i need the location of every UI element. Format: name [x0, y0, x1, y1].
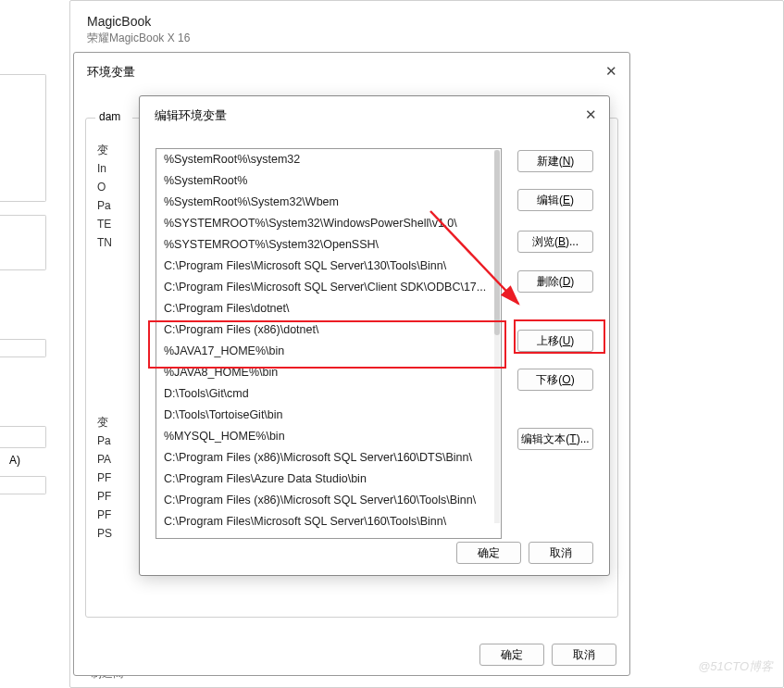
var-peek-col: 变 In O Pa TE TN: [97, 141, 112, 252]
var-peek: O: [97, 178, 112, 196]
scrollbar-thumb[interactable]: [494, 150, 500, 335]
close-icon[interactable]: ✕: [579, 104, 602, 126]
var-peek: PF: [97, 506, 112, 524]
cancel-button[interactable]: 取消: [552, 644, 616, 666]
var-peek: TN: [97, 233, 112, 252]
path-list-item[interactable]: %SystemRoot%\System32\Wbem: [156, 192, 501, 213]
path-list-item[interactable]: D:\Tools\Git\cmd: [156, 383, 501, 405]
browse-button[interactable]: 浏览(B)...: [517, 231, 593, 253]
delete-button[interactable]: 删除(D): [517, 270, 593, 293]
env-group-label: dam: [95, 110, 132, 123]
path-list-item[interactable]: %SystemRoot%\system32: [156, 149, 501, 170]
var-peek: PF: [97, 487, 112, 506]
ok-button[interactable]: 确定: [456, 542, 521, 564]
scrollbar[interactable]: [494, 150, 500, 523]
left-card: [0, 339, 46, 357]
var-peek: PA: [97, 450, 112, 469]
device-subtitle: 荣耀MagicBook X 16: [87, 31, 766, 46]
path-list-item[interactable]: %MYSQL_HOME%\bin: [156, 426, 501, 447]
path-list[interactable]: %SystemRoot%\system32%SystemRoot%%System…: [156, 148, 502, 539]
left-a-text: A): [0, 452, 46, 469]
path-list-item[interactable]: C:\Program Files\dotnet\: [156, 298, 501, 319]
left-card: [0, 215, 46, 270]
path-list-item[interactable]: C:\Program Files (x86)\dotnet\: [156, 319, 501, 341]
ok-button[interactable]: 确定: [479, 644, 544, 666]
path-list-item[interactable]: %SYSTEMROOT%\System32\WindowsPowerShell\…: [156, 213, 501, 234]
left-column: A): [0, 74, 46, 537]
path-list-item[interactable]: C:\Program Files\Microsoft SQL Server\16…: [156, 532, 501, 539]
watermark: @51CTO博客: [698, 658, 773, 675]
var-peek: PS: [97, 524, 112, 543]
edit-env-var-dialog: 编辑环境变量 ✕ %SystemRoot%\system32%SystemRoo…: [139, 95, 610, 576]
path-list-item[interactable]: %JAVA17_HOME%\bin: [156, 341, 501, 362]
var-peek: In: [97, 159, 112, 178]
env-dialog-title: 环境变量: [74, 53, 629, 92]
edit-text-button[interactable]: 编辑文本(T)...: [517, 428, 593, 450]
edit-dialog-title: 编辑环境变量: [140, 96, 609, 135]
left-card: [0, 426, 46, 448]
var-peek: Pa: [97, 196, 112, 215]
path-list-item[interactable]: C:\Program Files\Microsoft SQL Server\Cl…: [156, 277, 501, 298]
var-peek: 变: [97, 141, 112, 159]
path-list-item[interactable]: D:\Tools\TortoiseGit\bin: [156, 405, 501, 426]
device-header: MagicBook 荣耀MagicBook X 16: [70, 1, 783, 48]
var-peek-col2: 变 Pa PA PF PF PF PS: [97, 413, 112, 543]
new-button[interactable]: 新建(N): [517, 150, 593, 172]
path-list-item[interactable]: C:\Program Files\Microsoft SQL Server\13…: [156, 256, 501, 277]
path-list-item[interactable]: C:\Program Files (x86)\Microsoft SQL Ser…: [156, 490, 501, 511]
path-list-item[interactable]: C:\Program Files\Azure Data Studio\bin: [156, 469, 501, 490]
path-list-item[interactable]: %SystemRoot%: [156, 170, 501, 192]
device-title: MagicBook: [87, 14, 766, 29]
var-peek: PF: [97, 469, 112, 487]
var-peek: 变: [97, 413, 112, 432]
move-up-button[interactable]: 上移(U): [517, 330, 593, 352]
move-down-button[interactable]: 下移(O): [517, 369, 593, 391]
path-list-item[interactable]: C:\Program Files (x86)\Microsoft SQL Ser…: [156, 447, 501, 469]
var-peek: TE: [97, 215, 112, 233]
left-card: [0, 476, 46, 494]
var-peek: Pa: [97, 432, 112, 450]
left-card: [0, 74, 46, 202]
path-list-item[interactable]: C:\Program Files\Microsoft SQL Server\16…: [156, 511, 501, 532]
cancel-button[interactable]: 取消: [529, 542, 593, 564]
close-icon[interactable]: ✕: [600, 60, 622, 82]
path-list-item[interactable]: %SYSTEMROOT%\System32\OpenSSH\: [156, 234, 501, 256]
path-list-item[interactable]: %JAVA8_HOME%\bin: [156, 362, 501, 383]
edit-button[interactable]: 编辑(E): [517, 189, 593, 211]
